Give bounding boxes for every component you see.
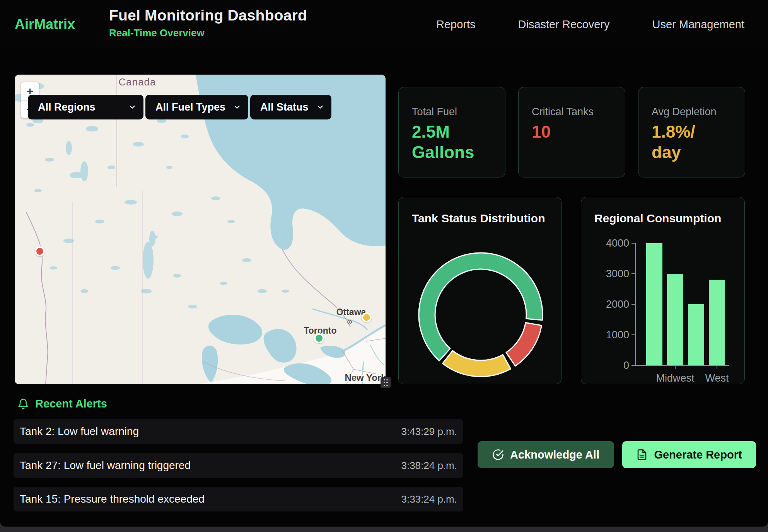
chevron-down-icon: [128, 103, 137, 111]
stat-value-critical-tanks: 10: [532, 122, 625, 142]
alert-text: Tank 15: Pressure threshold exceeded: [20, 493, 205, 505]
map-resize-handle[interactable]: [381, 377, 391, 388]
tank-status-donut-svg: [399, 197, 561, 384]
stat-value-avg-depletion: 1.8%/ day: [652, 122, 745, 163]
filter-fuel-types-select[interactable]: All Fuel Types: [145, 95, 248, 119]
acknowledge-all-label: Acknowledge All: [510, 448, 599, 461]
filter-status-label: All Status: [260, 101, 309, 113]
stat-label-avg-depletion: Avg Depletion: [652, 106, 745, 118]
tank-marker-critical[interactable]: [35, 246, 45, 256]
generate-report-label: Generate Report: [654, 448, 742, 461]
alert-text: Tank 27: Low fuel warning triggered: [20, 459, 191, 472]
y-tick-label: 3000: [606, 268, 629, 280]
stat-value-line: 10: [532, 122, 625, 142]
page-subtitle: Real-Time Overview: [109, 27, 307, 39]
map-label-canada: Canada: [118, 76, 156, 88]
page-title: Fuel Monitoring Dashboard: [109, 7, 307, 24]
app-header: AirMatrix Fuel Monitoring Dashboard Real…: [0, 0, 768, 49]
bar-2: [688, 304, 704, 365]
title-block: Fuel Monitoring Dashboard Real-Time Over…: [109, 7, 307, 39]
stat-label-critical-tanks: Critical Tanks: [532, 106, 625, 118]
y-tick-label: 0: [623, 360, 629, 371]
map-filters: All Regions All Fuel Types All Status: [28, 95, 331, 119]
donut-segment-critical: [506, 323, 542, 366]
alert-row[interactable]: Tank 2: Low fuel warning 3:43:29 p.m.: [14, 419, 463, 444]
stat-value-line: 1.8%/: [652, 122, 745, 142]
file-text-icon: [636, 449, 648, 460]
bar-1: [667, 274, 683, 365]
regional-bar-svg: 01000200030004000MidwestWest: [581, 197, 745, 384]
dashboard-page: AirMatrix Fuel Monitoring Dashboard Real…: [0, 0, 768, 532]
x-tick-label: West: [705, 372, 729, 384]
stat-value-line: day: [652, 142, 745, 163]
bar-0: [646, 243, 662, 365]
nav-user-management[interactable]: User Management: [652, 18, 744, 31]
alert-text: Tank 2: Low fuel warning: [20, 425, 139, 438]
tank-marker-warning[interactable]: [362, 312, 372, 322]
nav-disaster-recovery[interactable]: Disaster Recovery: [518, 18, 610, 31]
filter-regions-label: All Regions: [38, 101, 96, 113]
y-tick-label: 2000: [606, 298, 629, 310]
regional-consumption-card: Regional Consumption 01000200030004000Mi…: [581, 197, 745, 384]
chevron-down-icon: [233, 103, 241, 111]
filter-regions-select[interactable]: All Regions: [28, 95, 143, 119]
nav-reports[interactable]: Reports: [436, 18, 476, 31]
donut-segment-warning: [443, 351, 511, 377]
y-tick-label: 1000: [606, 329, 629, 341]
stat-value-line: Gallons: [412, 142, 505, 163]
alert-time: 3:33:24 p.m.: [401, 493, 457, 505]
alert-time: 3:38:24 p.m.: [401, 460, 457, 472]
stat-card-total-fuel: Total Fuel 2.5M Gallons: [398, 87, 505, 177]
chevron-down-icon: [316, 103, 324, 111]
recent-alerts-header: Recent Alerts: [17, 397, 107, 410]
recent-alerts-title: Recent Alerts: [35, 397, 107, 410]
map-panel[interactable]: Canada Ottawa Toronto New York + − All R…: [15, 75, 386, 384]
alert-row[interactable]: Tank 15: Pressure threshold exceeded 3:3…: [14, 487, 463, 512]
map-label-new-york: New York: [345, 372, 386, 383]
filter-fuel-types-label: All Fuel Types: [155, 101, 225, 113]
main-nav: Reports Disaster Recovery User Managemen…: [436, 0, 744, 49]
generate-report-button[interactable]: Generate Report: [622, 441, 756, 468]
bar-3: [709, 280, 725, 365]
bell-icon: [17, 398, 29, 410]
tank-status-card: Tank Status Distribution: [398, 197, 561, 384]
stat-value-line: 2.5M: [412, 122, 505, 142]
tank-marker-normal[interactable]: [314, 333, 324, 343]
y-tick-label: 4000: [606, 237, 629, 249]
filter-status-select[interactable]: All Status: [250, 95, 331, 119]
acknowledge-all-button[interactable]: Acknowledge All: [478, 441, 614, 468]
map-canvas: Canada Ottawa Toronto New York: [15, 75, 386, 384]
stat-label-total-fuel: Total Fuel: [412, 106, 505, 118]
check-circle-icon: [492, 449, 504, 460]
app-window: AirMatrix Fuel Monitoring Dashboard Real…: [0, 0, 768, 527]
alert-time: 3:43:29 p.m.: [401, 426, 457, 438]
stat-card-avg-depletion: Avg Depletion 1.8%/ day: [638, 87, 745, 177]
app-logo[interactable]: AirMatrix: [15, 16, 75, 32]
x-tick-label: Midwest: [656, 372, 695, 384]
stat-value-total-fuel: 2.5M Gallons: [412, 122, 505, 163]
stat-card-critical-tanks: Critical Tanks 10: [518, 87, 625, 177]
alert-row[interactable]: Tank 27: Low fuel warning triggered 3:38…: [14, 453, 463, 478]
